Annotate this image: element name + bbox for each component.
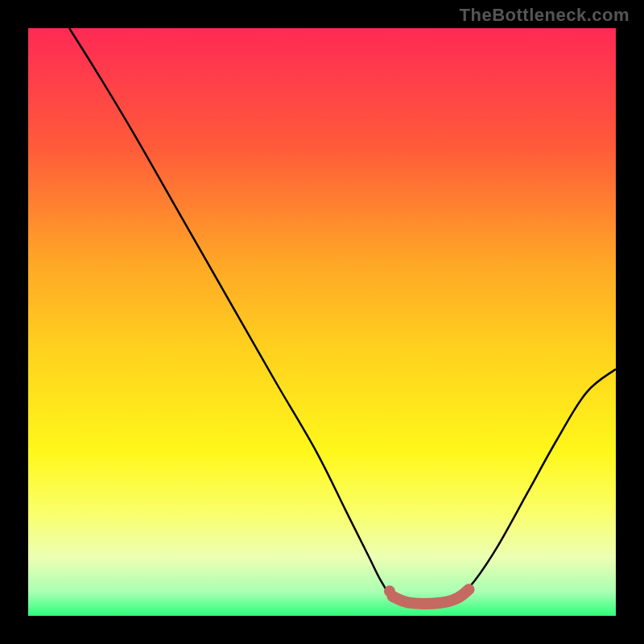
chart-canvas <box>0 0 644 644</box>
marker-dot <box>384 585 395 597</box>
plot-background <box>28 28 616 616</box>
watermark-text: TheBottleneck.com <box>460 5 630 26</box>
chart-frame: TheBottleneck.com <box>0 0 644 644</box>
